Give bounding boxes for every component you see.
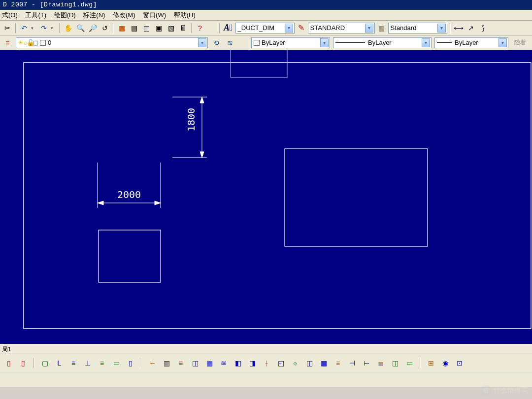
hvac-icon-31[interactable]: ⊡ bbox=[455, 358, 465, 368]
drawing-canvas[interactable]: 1800 2000 bbox=[0, 50, 532, 344]
menu-window[interactable]: 窗口(W) bbox=[143, 11, 166, 19]
chevron-down-icon[interactable]: ▾ bbox=[365, 24, 373, 33]
hvac-icon-19[interactable]: ◰ bbox=[276, 358, 286, 368]
help-icon[interactable]: ? bbox=[195, 23, 205, 33]
textstyle-icon[interactable]: ✎ bbox=[298, 23, 304, 33]
dim-aligned-icon[interactable]: ↗ bbox=[466, 23, 476, 33]
menu-modify[interactable]: 修改(M) bbox=[113, 11, 135, 19]
markup-icon[interactable]: ▧ bbox=[166, 23, 176, 33]
layout-tab[interactable]: 局1 bbox=[2, 346, 11, 353]
lineweight-sample bbox=[437, 42, 452, 43]
tablestyle-combo[interactable]: Standard ▾ bbox=[388, 23, 447, 33]
layers-toolbar: ≡ ☀ ☼ 🔓 ▢ 0 ▾ ⟲ ≋ ByLayer ▾ ByLayer ▾ By… bbox=[0, 35, 532, 50]
hvac-icon-14[interactable]: ▦ bbox=[204, 358, 214, 368]
hvac-icon-7[interactable]: ≡ bbox=[97, 358, 107, 368]
hvac-icon-21[interactable]: ◫ bbox=[304, 358, 314, 368]
dim-linear-icon[interactable]: ⟷ bbox=[453, 23, 464, 33]
hvac-icon-4[interactable]: 𝖫 bbox=[54, 358, 64, 368]
hvac-icon-22[interactable]: ▦ bbox=[319, 358, 329, 368]
hvac-icon-2[interactable]: ▯ bbox=[18, 358, 28, 368]
menu-format[interactable]: 式(O) bbox=[2, 11, 18, 19]
separator bbox=[420, 358, 421, 368]
dimstyle-combo[interactable]: _DUCT_DIM ▾ bbox=[235, 23, 295, 33]
chevron-down-icon[interactable]: ▾ bbox=[320, 38, 329, 47]
design-center-icon[interactable]: ▤ bbox=[129, 23, 139, 33]
redo-dropdown-icon[interactable]: ▾ bbox=[51, 26, 57, 31]
layout-tabs: 局1 bbox=[0, 344, 532, 354]
hvac-icon-16[interactable]: ◧ bbox=[233, 358, 243, 368]
separator bbox=[191, 23, 192, 33]
menu-tools[interactable]: 工具(T) bbox=[25, 11, 46, 19]
cut-icon[interactable]: ✂ bbox=[2, 23, 13, 33]
hvac-icon-29[interactable]: ⊞ bbox=[426, 358, 436, 368]
hvac-icon-26[interactable]: ≣ bbox=[376, 358, 386, 368]
color-swatch bbox=[254, 40, 260, 46]
hvac-icon-30[interactable]: ◉ bbox=[440, 358, 450, 368]
separator bbox=[450, 23, 451, 33]
hvac-icon-10[interactable]: ⊢ bbox=[147, 358, 157, 368]
quickcalc-icon[interactable]: 🖩 bbox=[178, 23, 189, 33]
hvac-icon-13[interactable]: ◫ bbox=[190, 358, 200, 368]
bottom-strip bbox=[0, 372, 532, 387]
textstyle-value: STANDARD bbox=[310, 24, 345, 32]
hvac-icon-24[interactable]: ⊣ bbox=[347, 358, 357, 368]
svg-marker-3 bbox=[200, 97, 204, 103]
undo-dropdown-icon[interactable]: ▾ bbox=[31, 26, 37, 31]
dim-arc-icon[interactable]: ⟆ bbox=[478, 23, 489, 33]
layer-combo[interactable]: ☀ ☼ 🔓 ▢ 0 ▾ bbox=[16, 37, 208, 48]
chevron-down-icon[interactable]: ▾ bbox=[198, 38, 206, 47]
menu-dimension[interactable]: 标注(N) bbox=[83, 11, 105, 19]
chevron-down-icon[interactable]: ▾ bbox=[499, 38, 507, 47]
menu-draw[interactable]: 绘图(D) bbox=[54, 11, 76, 19]
separator bbox=[219, 23, 220, 33]
lineweight-combo[interactable]: ByLayer ▾ bbox=[434, 37, 508, 48]
color-combo[interactable]: ByLayer ▾ bbox=[251, 37, 330, 48]
hvac-icon-23[interactable]: ≡ bbox=[333, 358, 343, 368]
redo-icon[interactable]: ↷ bbox=[38, 23, 49, 33]
tool-palette-icon[interactable]: ▥ bbox=[141, 23, 152, 33]
watermark-text: 什么值得买 bbox=[494, 386, 528, 395]
linetype-combo[interactable]: ByLayer ▾ bbox=[333, 37, 432, 48]
layer-manager-icon[interactable]: ≡ bbox=[2, 37, 13, 48]
hvac-icon-8[interactable]: ▭ bbox=[111, 358, 121, 368]
hvac-icon-18[interactable]: ⟊ bbox=[262, 358, 271, 368]
plotstyle-label: 随着 bbox=[511, 38, 529, 47]
textstyle-combo[interactable]: STANDARD ▾ bbox=[308, 23, 375, 33]
chevron-down-icon[interactable]: ▾ bbox=[437, 24, 446, 33]
hvac-icon-28[interactable]: ▭ bbox=[404, 358, 414, 368]
zoom-previous-icon[interactable]: ↺ bbox=[100, 23, 110, 33]
hvac-icon-5[interactable]: ≡ bbox=[68, 358, 78, 368]
properties-icon[interactable]: ▦ bbox=[116, 23, 127, 33]
shape-small-top-rect bbox=[231, 50, 287, 77]
dimstyle-icon[interactable]: A⃗ bbox=[224, 23, 233, 33]
zoom-realtime-icon[interactable]: 🔍 bbox=[75, 23, 86, 33]
undo-icon[interactable]: ↶ bbox=[19, 23, 30, 33]
hvac-icon-3[interactable]: ▢ bbox=[40, 358, 50, 368]
hvac-icon-27[interactable]: ◫ bbox=[390, 358, 400, 368]
layer-previous-icon[interactable]: ⟲ bbox=[211, 37, 222, 48]
tablestyle-icon[interactable]: ▦ bbox=[378, 24, 385, 32]
hvac-icon-6[interactable]: ⊥ bbox=[83, 358, 93, 368]
hvac-icon-12[interactable]: ≡ bbox=[176, 358, 186, 368]
zoom-window-icon[interactable]: 🔎 bbox=[87, 23, 98, 33]
chevron-down-icon[interactable]: ▾ bbox=[422, 38, 430, 47]
sheet-set-icon[interactable]: ▣ bbox=[153, 23, 164, 33]
dimension-vertical-text: 1800 bbox=[185, 108, 197, 132]
hvac-icon-15[interactable]: ≋ bbox=[219, 358, 229, 368]
hvac-icon-9[interactable]: ▯ bbox=[126, 358, 135, 368]
layer-states-icon[interactable]: ≋ bbox=[225, 37, 235, 48]
chevron-down-icon[interactable]: ▾ bbox=[285, 24, 293, 33]
menu-help[interactable]: 帮助(H) bbox=[174, 11, 196, 19]
pan-icon[interactable]: ✋ bbox=[63, 23, 73, 33]
hvac-icon-20[interactable]: ⟐ bbox=[290, 358, 300, 368]
hvac-icon-17[interactable]: ◨ bbox=[247, 358, 257, 368]
separator bbox=[15, 23, 16, 33]
title-bar: D 2007 - [Drawing1.dwg] bbox=[0, 0, 532, 10]
dimstyle-value: _DUCT_DIM bbox=[238, 24, 274, 32]
linetype-value: ByLayer bbox=[368, 39, 392, 46]
title-text: D 2007 - [Drawing1.dwg] bbox=[3, 1, 97, 8]
plot-icon: ▢ bbox=[33, 40, 38, 45]
hvac-icon-1[interactable]: ▯ bbox=[4, 358, 14, 368]
hvac-icon-25[interactable]: ⊢ bbox=[362, 358, 371, 368]
hvac-icon-11[interactable]: ▥ bbox=[162, 358, 171, 368]
